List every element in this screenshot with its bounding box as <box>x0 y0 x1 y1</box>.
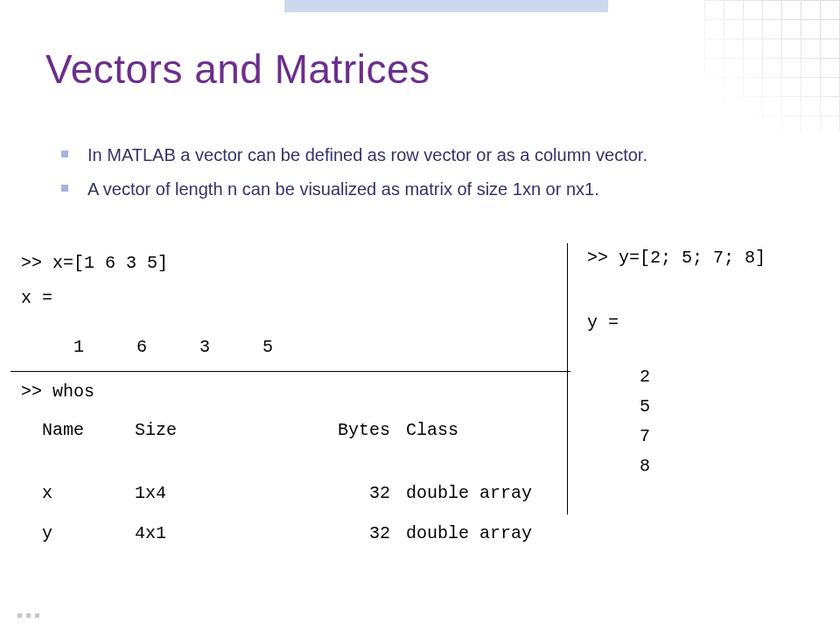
table-row: x 1x4 32 double array <box>21 473 560 514</box>
matlab-right-column: >> y=[2; 5; 7; 8] y = 2 5 7 8 <box>567 243 830 514</box>
bullet-item: In MATLAB a vector can be defined as row… <box>61 143 770 168</box>
cell-bytes: 32 <box>310 473 406 514</box>
square-bullet-icon <box>61 150 68 158</box>
matlab-output-value: 5 <box>587 392 830 422</box>
matlab-output-row: 1 6 3 5 <box>10 313 570 362</box>
matlab-output-varname: y = <box>587 308 830 338</box>
whos-col-size: Size <box>135 410 310 451</box>
slide-root: Vectors and Matrices In MATLAB a vector … <box>0 0 840 630</box>
cell-class: double array <box>406 473 560 514</box>
whos-header-row: Name Size Bytes Class <box>21 410 560 451</box>
whos-col-class: Class <box>406 410 560 451</box>
decorative-footer-dots <box>18 613 39 618</box>
cell-bytes: 32 <box>310 514 406 554</box>
matlab-output-value: 7 <box>587 422 830 452</box>
bullet-item: A vector of length n can be visualized a… <box>61 177 770 202</box>
bullet-text: In MATLAB a vector can be defined as row… <box>88 145 648 164</box>
cell-name: y <box>21 514 135 554</box>
matlab-output-value: 8 <box>587 452 830 481</box>
matlab-command-line: >> whos <box>10 372 570 407</box>
decorative-top-band <box>284 0 608 12</box>
cell-name: x <box>21 473 135 514</box>
whos-col-name: Name <box>21 410 135 451</box>
matlab-output-varname: x = <box>10 278 570 313</box>
matlab-left-column: >> x=[1 6 3 5] x = 1 6 3 5 >> whos Name <box>10 243 570 554</box>
matlab-command-line: >> y=[2; 5; 7; 8] <box>587 243 830 273</box>
table-row: y 4x1 32 double array <box>21 514 560 554</box>
slide-title: Vectors and Matrices <box>46 46 430 93</box>
whos-table: Name Size Bytes Class x 1x4 32 double ar… <box>10 407 570 554</box>
decorative-grid-corner <box>704 0 840 131</box>
matlab-command-line: >> x=[1 6 3 5] <box>10 243 570 278</box>
matlab-output-value: 2 <box>587 362 830 392</box>
cell-size: 1x4 <box>135 473 310 514</box>
cell-size: 4x1 <box>135 514 310 554</box>
bullet-text: A vector of length n can be visualized a… <box>88 179 599 199</box>
square-bullet-icon <box>61 185 68 192</box>
bullet-list: In MATLAB a vector can be defined as row… <box>61 143 770 211</box>
whos-col-bytes: Bytes <box>310 410 406 451</box>
cell-class: double array <box>406 514 560 554</box>
